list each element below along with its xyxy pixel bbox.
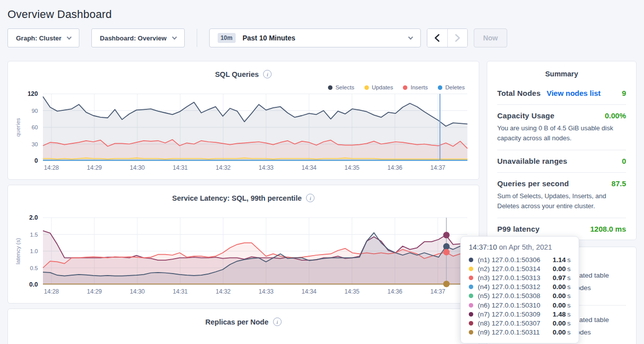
node-latency-unit: s (567, 274, 571, 282)
node-address: (n2) 127.0.0.1:50314 (478, 265, 553, 273)
time-range-picker[interactable]: 10m Past 10 Minutes (209, 28, 421, 47)
sql-queries-chart[interactable]: 14:2814:2914:3014:3114:3214:3314:3414:35… (13, 90, 472, 176)
svg-text:30: 30 (31, 141, 38, 147)
summary-desc: You are using 0 B of 4.5 GiB usable disk… (497, 123, 626, 143)
summary-label: Unavailable ranges (497, 157, 567, 165)
tooltip-node-row: (n3) 127.0.0.1:503130.97s (469, 273, 571, 282)
sql-queries-panel: SQL Queries i SelectsUpdatesInsertsDelet… (7, 61, 479, 180)
svg-text:14:28: 14:28 (44, 288, 59, 295)
svg-text:14:29: 14:29 (87, 288, 102, 295)
node-latency-unit: s (567, 311, 571, 318)
summary-row: Queries per second87.5Sum of Selects, Up… (497, 173, 626, 218)
chevron-left-icon (434, 34, 440, 42)
node-latency-value: 0.00 (553, 292, 566, 300)
node-address: (n8) 127.0.0.1:50307 (478, 320, 553, 327)
node-latency-unit: s (567, 302, 571, 309)
node-color-dot-icon (469, 321, 473, 326)
legend-dot-icon (328, 85, 332, 90)
tooltip-node-row: (n4) 127.0.0.1:503120.00s (469, 283, 571, 292)
tooltip-node-row: (n7) 127.0.0.1:503091.48s (469, 310, 571, 319)
node-address: (n6) 127.0.0.1:50310 (478, 302, 553, 309)
svg-text:14:31: 14:31 (173, 164, 188, 171)
time-range-badge: 10m (218, 33, 236, 43)
chevron-down-icon (67, 34, 72, 39)
svg-text:14:35: 14:35 (344, 288, 359, 295)
node-color-dot-icon (469, 330, 473, 335)
tooltip-node-row: (n6) 127.0.0.1:503100.00s (469, 301, 571, 310)
info-icon[interactable]: i (273, 318, 282, 326)
svg-text:14:30: 14:30 (130, 288, 145, 295)
latency-hover-tooltip: 14:37:10 on Apr 5th, 2021 (n1) 127.0.0.1… (460, 236, 579, 344)
node-color-dot-icon (469, 294, 473, 298)
svg-text:14:29: 14:29 (87, 164, 102, 171)
summary-value: 9 (622, 89, 626, 97)
svg-text:14:32: 14:32 (216, 164, 231, 171)
node-latency-value: 1.14 (553, 256, 566, 264)
summary-value: 0.00% (605, 111, 626, 120)
svg-text:0.5: 0.5 (30, 265, 38, 271)
svg-text:14:30: 14:30 (130, 164, 145, 171)
svg-text:14:34: 14:34 (302, 164, 317, 171)
node-color-dot-icon (469, 258, 473, 262)
chevron-down-icon (172, 34, 177, 39)
summary-value: 1208.0 ms (590, 225, 626, 233)
node-latency-value: 0.97 (553, 274, 566, 282)
node-color-dot-icon (469, 303, 473, 308)
svg-text:14:36: 14:36 (387, 288, 402, 295)
sql-queries-title: SQL Queries (215, 70, 259, 78)
svg-text:14:31: 14:31 (173, 288, 188, 295)
graph-dropdown[interactable]: Graph: Cluster (7, 28, 79, 47)
svg-text:1.0: 1.0 (30, 248, 38, 254)
summary-value: 87.5 (612, 179, 626, 188)
tooltip-node-row: (n1) 127.0.0.1:503061.14s (469, 255, 571, 264)
node-latency-value: 0.00 (553, 320, 566, 327)
summary-panel: Summary Total NodesView nodes list9Capac… (487, 61, 637, 240)
summary-label: Queries per second (497, 179, 569, 188)
view-nodes-link[interactable]: View nodes list (547, 89, 601, 97)
svg-text:2.0: 2.0 (29, 214, 38, 221)
node-address: (n4) 127.0.0.1:50312 (478, 283, 553, 291)
toolbar: Graph: Cluster Dashboard: Overview 10m P… (7, 28, 637, 47)
info-icon[interactable]: i (306, 194, 315, 202)
node-color-dot-icon (469, 312, 473, 317)
legend-dot-icon (403, 85, 407, 90)
node-latency-unit: s (567, 329, 571, 336)
info-icon[interactable]: i (263, 70, 272, 78)
node-latency-value: 1.48 (553, 311, 566, 318)
summary-heading: Summary (497, 70, 626, 78)
svg-text:14:28: 14:28 (44, 164, 59, 171)
dashboard-dropdown[interactable]: Dashboard: Overview (91, 28, 185, 47)
node-latency-unit: s (567, 320, 571, 327)
tooltip-timestamp: 14:37:10 on Apr 5th, 2021 (469, 243, 571, 251)
node-address: (n3) 127.0.0.1:50313 (478, 274, 553, 282)
summary-row: Unavailable ranges0 (497, 150, 626, 173)
svg-text:120: 120 (27, 90, 38, 97)
node-latency-unit: s (567, 292, 571, 300)
node-color-dot-icon (469, 276, 473, 280)
replicas-per-node-title: Replicas per Node (205, 318, 269, 326)
node-latency-unit: s (567, 283, 571, 291)
replicas-per-node-panel: Replicas per Node i (7, 309, 479, 344)
graph-dropdown-label: Graph: Cluster (16, 34, 61, 42)
node-latency-unit: s (567, 256, 571, 264)
svg-text:14:35: 14:35 (344, 164, 359, 171)
time-range-label: Past 10 Minutes (243, 34, 296, 42)
node-latency-value: 0.00 (553, 265, 566, 273)
svg-text:0: 0 (34, 157, 38, 164)
node-latency-value: 0.00 (553, 283, 566, 291)
node-address: (n7) 127.0.0.1:50309 (478, 311, 553, 318)
svg-text:14:37: 14:37 (430, 164, 445, 171)
svg-text:14:36: 14:36 (387, 164, 402, 171)
toolbar-divider (197, 29, 197, 47)
svg-text:90: 90 (31, 108, 38, 114)
chevron-down-icon (408, 34, 413, 39)
service-latency-chart[interactable]: 14:2814:2914:3014:3114:3214:3314:3414:35… (13, 214, 472, 300)
now-button[interactable]: Now (474, 28, 508, 47)
next-time-button[interactable] (447, 29, 467, 47)
tooltip-node-row: (n2) 127.0.0.1:503140.00s (469, 264, 571, 273)
svg-text:14:37: 14:37 (430, 288, 445, 295)
svg-text:14:33: 14:33 (259, 288, 274, 295)
prev-time-button[interactable] (427, 29, 447, 47)
node-color-dot-icon (469, 267, 473, 271)
svg-text:queries: queries (15, 118, 21, 137)
